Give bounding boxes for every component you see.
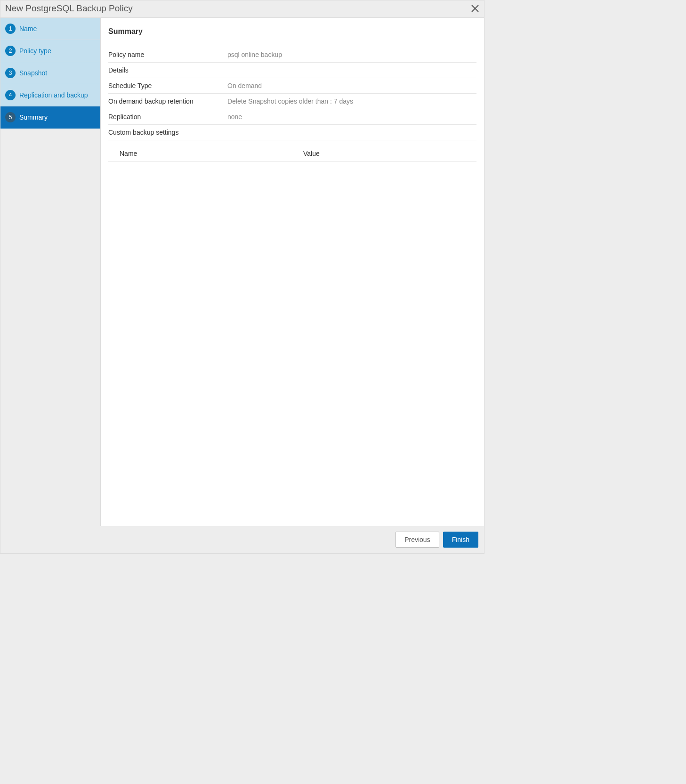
step-policy-type[interactable]: 2 Policy type	[0, 40, 100, 62]
summary-row-retention: On demand backup retention Delete Snapsh…	[108, 94, 476, 109]
summary-label: On demand backup retention	[108, 97, 227, 105]
custom-settings-table: Name Value	[108, 146, 476, 162]
table-header-row: Name Value	[108, 146, 476, 162]
page-heading: Summary	[108, 27, 476, 36]
column-header-name: Name	[120, 150, 303, 157]
step-number-badge: 5	[5, 112, 16, 122]
step-name[interactable]: 1 Name	[0, 18, 100, 40]
step-label: Name	[19, 25, 37, 32]
close-icon[interactable]	[471, 4, 479, 13]
step-replication-backup[interactable]: 4 Replication and backup	[0, 84, 100, 106]
summary-value: Delete Snapshot copies older than : 7 da…	[227, 97, 353, 105]
step-label: Summary	[19, 113, 48, 121]
previous-button[interactable]: Previous	[395, 532, 439, 548]
step-number-badge: 2	[5, 46, 16, 56]
summary-label: Schedule Type	[108, 82, 227, 89]
step-snapshot[interactable]: 3 Snapshot	[0, 62, 100, 84]
wizard-footer: Previous Finish	[0, 526, 484, 553]
wizard-body: 1 Name 2 Policy type 3 Snapshot 4 Replic…	[0, 18, 484, 526]
summary-row-replication: Replication none	[108, 109, 476, 125]
step-label: Policy type	[19, 47, 51, 55]
summary-section-label: Custom backup settings	[108, 129, 227, 136]
finish-button[interactable]: Finish	[443, 532, 478, 548]
dialog-title: New PostgreSQL Backup Policy	[5, 3, 133, 14]
summary-section-label: Details	[108, 66, 227, 74]
summary-value: On demand	[227, 82, 262, 89]
summary-row-policy-name: Policy name psql online backup	[108, 47, 476, 63]
step-summary[interactable]: 5 Summary	[0, 106, 100, 129]
wizard-main-panel: Summary Policy name psql online backup D…	[101, 18, 484, 526]
titlebar: New PostgreSQL Backup Policy	[0, 0, 484, 18]
summary-section-custom-settings: Custom backup settings	[108, 125, 476, 140]
wizard-steps-sidebar: 1 Name 2 Policy type 3 Snapshot 4 Replic…	[0, 18, 101, 526]
summary-section-details: Details	[108, 63, 476, 78]
step-number-badge: 4	[5, 90, 16, 100]
summary-label: Replication	[108, 113, 227, 121]
wizard-dialog: New PostgreSQL Backup Policy 1 Name 2 Po…	[0, 0, 484, 554]
summary-row-schedule-type: Schedule Type On demand	[108, 78, 476, 94]
step-label: Replication and backup	[19, 91, 88, 99]
summary-value: none	[227, 113, 242, 121]
summary-label: Policy name	[108, 51, 227, 58]
step-number-badge: 1	[5, 24, 16, 34]
step-number-badge: 3	[5, 68, 16, 78]
step-label: Snapshot	[19, 69, 47, 77]
column-header-value: Value	[303, 150, 476, 157]
summary-value: psql online backup	[227, 51, 282, 58]
